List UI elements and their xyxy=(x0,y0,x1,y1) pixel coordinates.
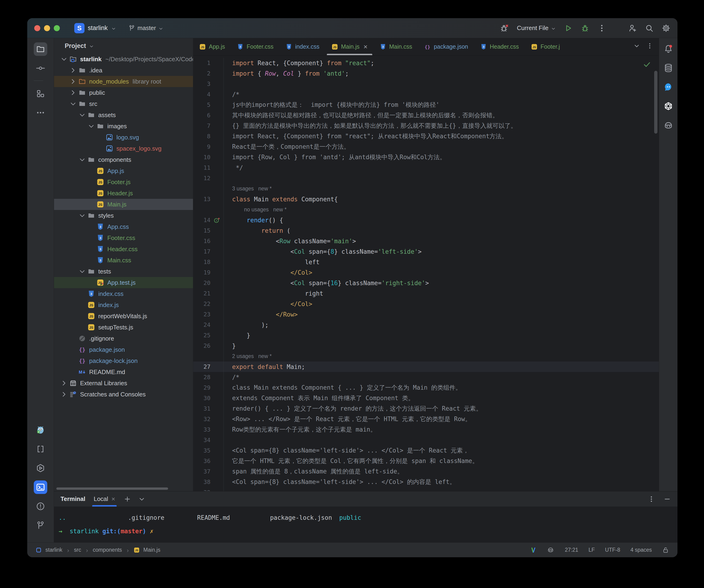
override-marker-icon[interactable]: I xyxy=(211,217,224,224)
code-line-20[interactable]: 20<Col span={16} className='right-side'> xyxy=(193,278,659,288)
chevron-right-icon[interactable] xyxy=(69,77,77,85)
code-line-28[interactable]: 28/* xyxy=(193,372,659,383)
code-line-1[interactable]: 1import React, {Component} from "react"; xyxy=(193,58,659,68)
status-item-4-spaces[interactable]: 4 spaces xyxy=(631,547,652,553)
tree-item-setuptests.js[interactable]: JSsetupTests.js xyxy=(54,322,193,333)
breadcrumb-item-main.js[interactable]: Main.js xyxy=(143,547,160,553)
gopher-plugin-icon[interactable] xyxy=(34,423,47,437)
tree-item-scratches-and-consoles[interactable]: Scratches and Consoles xyxy=(54,389,193,400)
code-line-5[interactable]: 5js中的import的格式是： import {模块中的方法} from '模… xyxy=(193,100,659,110)
usages-inlay-hint[interactable]: 2 usages new * xyxy=(232,353,272,359)
code-line-3[interactable]: 3 xyxy=(193,79,659,89)
minimize-window-button[interactable] xyxy=(44,25,50,31)
tree-item-header.css[interactable]: 3Header.css xyxy=(54,243,193,255)
tree-item-main.js[interactable]: JSMain.js xyxy=(54,199,193,210)
code-line-24[interactable]: 24); xyxy=(193,319,659,330)
code-line-37[interactable]: 37span 属性的值是 8，className 属性的值是 left-side… xyxy=(193,466,659,477)
add-user-icon[interactable] xyxy=(628,24,637,33)
status-item-lf[interactable]: LF xyxy=(589,547,595,553)
tree-item-app.css[interactable]: 3App.css xyxy=(54,221,193,232)
code-line-14[interactable]: 14Irender() { xyxy=(193,215,659,225)
usages-inlay-hint[interactable]: 3 usages new * xyxy=(232,185,272,192)
chevron-down-icon[interactable] xyxy=(69,100,77,108)
project-folder-icon[interactable] xyxy=(34,42,47,56)
chevron-right-icon[interactable] xyxy=(69,66,77,74)
code-line-30[interactable]: 30extends Component 表示 Main 组件继承了 Compon… xyxy=(193,393,659,403)
tree-item-styles[interactable]: styles xyxy=(54,210,193,221)
no-configurations-bug-x-icon[interactable] xyxy=(500,24,509,33)
tree-item-index.js[interactable]: JSindex.js xyxy=(54,299,193,310)
code-line-33[interactable]: 33Row类型的元素有一个子元素，这个子元素是 main。 xyxy=(193,424,659,435)
tree-item-components[interactable]: components xyxy=(54,154,193,165)
code-line-19[interactable]: 19</Col> xyxy=(193,267,659,278)
tab-app.js[interactable]: JSApp.js xyxy=(193,38,231,55)
tab-footer.j[interactable]: JSFooter.j xyxy=(525,38,565,55)
breadcrumb-item-src[interactable]: src xyxy=(74,547,81,553)
tree-item-logo.svg[interactable]: logo.svg xyxy=(54,132,193,143)
project-widget[interactable]: S starlink xyxy=(74,23,116,33)
tree-item-app.test.js[interactable]: JSApp.test.js xyxy=(54,277,193,288)
code-line-4[interactable]: 4/* xyxy=(193,89,659,100)
breadcrumb-item-starlink[interactable]: starlink xyxy=(45,547,62,553)
brackets-icon[interactable] xyxy=(34,442,47,456)
chevron-down-icon[interactable] xyxy=(78,212,86,220)
code-line-38[interactable]: 38<Col span={8} className='left-side'> .… xyxy=(193,477,659,487)
breadcrumb-item-components[interactable]: components xyxy=(93,547,122,553)
code-line-12[interactable]: 12 xyxy=(193,173,659,183)
terminal-tab-local[interactable]: Local × xyxy=(92,491,117,507)
services-icon[interactable] xyxy=(34,461,47,475)
tree-item-footer.css[interactable]: 3Footer.css xyxy=(54,232,193,243)
ai-chat-icon[interactable] xyxy=(662,81,674,93)
close-window-button[interactable] xyxy=(34,25,40,31)
code-line-25[interactable]: 25} xyxy=(193,330,659,341)
tab-index.css[interactable]: 3index.css xyxy=(280,38,326,55)
tab-main.css[interactable]: 3Main.css xyxy=(374,38,418,55)
unlocked-icon[interactable] xyxy=(662,546,669,553)
tree-item-images[interactable]: images xyxy=(54,121,193,132)
code-line-36[interactable]: 36它是一个 HTML 元素，它的类型是 Col，它有两个属性，分别是 span… xyxy=(193,456,659,466)
terminal-more-vertical-icon[interactable] xyxy=(648,495,655,503)
code-line-21[interactable]: 21right xyxy=(193,288,659,299)
tree-item-app.js[interactable]: JSApp.js xyxy=(54,165,193,176)
tree-item-package-lock.json[interactable]: {}package-lock.json xyxy=(54,355,193,366)
tree-item-index.css[interactable]: 3index.css xyxy=(54,288,193,299)
code-line-10[interactable]: 10import {Row, Col } from 'antd'; 从antd模… xyxy=(193,152,659,163)
tree-item-reportwebvitals.js[interactable]: JSreportWebVitals.js xyxy=(54,310,193,322)
chevron-down-icon[interactable] xyxy=(78,156,86,164)
code-line-31[interactable]: 31render() { ... } 定义了一个名为 render 的方法，这个… xyxy=(193,403,659,414)
code-inlay-row[interactable]: 3 usages new * xyxy=(193,183,659,194)
database-icon[interactable] xyxy=(662,62,674,74)
editor-vertical-scrollbar[interactable] xyxy=(654,71,657,134)
code-line-6[interactable]: 6其中模块的路径可以是相对路径，也可以是绝对路径，但是一定要加上模块的后缀名，否… xyxy=(193,110,659,121)
debug-bug-icon[interactable] xyxy=(581,24,589,33)
run-configuration-selector[interactable]: Current File xyxy=(517,24,556,32)
code-line-17[interactable]: 17<Col span={8} className='left-side'> xyxy=(193,246,659,257)
chevron-down-icon[interactable] xyxy=(78,268,86,275)
terminal-minimize-icon[interactable] xyxy=(663,495,671,503)
tree-item-package.json[interactable]: {}package.json xyxy=(54,344,193,355)
code-inlay-row[interactable]: no usages new * xyxy=(193,204,659,215)
code-line-22[interactable]: 22</Col> xyxy=(193,299,659,309)
code-line-39[interactable]: 39 xyxy=(193,487,659,491)
status-item-utf-8[interactable]: UTF-8 xyxy=(605,547,620,553)
tree-item-footer.js[interactable]: JSFooter.js xyxy=(54,176,193,188)
status-item-27-21[interactable]: 27:21 xyxy=(565,547,578,553)
search-icon[interactable] xyxy=(645,24,654,33)
code-line-26[interactable]: 26} xyxy=(193,341,659,351)
code-inlay-row[interactable]: 2 usages new * xyxy=(193,351,659,361)
chevron-right-icon[interactable] xyxy=(69,89,77,97)
usages-inlay-hint[interactable]: no usages new * xyxy=(244,207,287,213)
tree-item-main.css[interactable]: 3Main.css xyxy=(54,255,193,266)
tree-item-header.js[interactable]: JSHeader.js xyxy=(54,188,193,199)
chevron-down-icon[interactable] xyxy=(78,111,86,119)
code-line-15[interactable]: 15return ( xyxy=(193,225,659,236)
code-line-8[interactable]: 8import React, {Component} from "react";… xyxy=(193,131,659,141)
code-line-16[interactable]: 16<Row className='main'> xyxy=(193,236,659,246)
tab-footer.css[interactable]: 3Footer.css xyxy=(231,38,279,55)
tab-main.js[interactable]: JSMain.js× xyxy=(326,38,374,55)
commit-icon[interactable] xyxy=(34,61,47,75)
tab-header.css[interactable]: 3Header.css xyxy=(474,38,525,55)
chevron-down-icon[interactable] xyxy=(87,122,95,130)
tab-options-more-vertical-icon[interactable] xyxy=(646,42,653,51)
run-play-icon[interactable] xyxy=(564,24,573,33)
